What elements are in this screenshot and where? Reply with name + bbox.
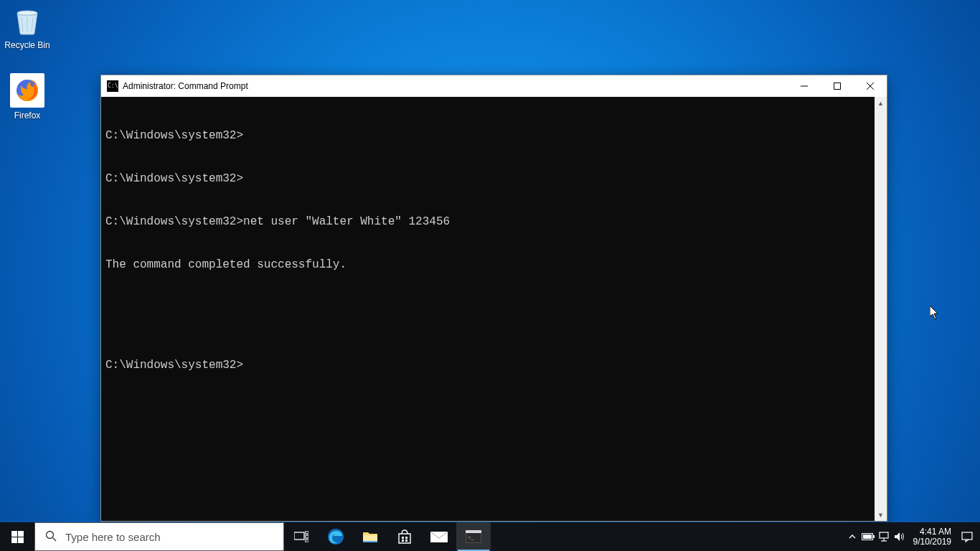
- window-title: Administrator: Command Prompt: [123, 81, 248, 91]
- mouse-cursor: [930, 306, 940, 320]
- svg-rect-8: [11, 537, 17, 543]
- svg-rect-3: [834, 83, 841, 90]
- svg-rect-9: [18, 537, 24, 543]
- svg-rect-24: [466, 530, 481, 533]
- svg-rect-14: [306, 535, 308, 538]
- svg-rect-15: [306, 540, 308, 542]
- terminal-line: The command completed successfully.: [105, 258, 870, 272]
- task-view-icon: [294, 531, 308, 542]
- close-button[interactable]: [854, 75, 887, 97]
- svg-text:>_: >_: [468, 534, 475, 541]
- edge-icon: [326, 527, 345, 546]
- svg-point-0: [17, 11, 37, 15]
- tray-network[interactable]: [876, 522, 892, 551]
- taskbar: Type here to search: [0, 522, 980, 551]
- volume-icon: [894, 532, 905, 542]
- terminal-line: C:\Windows\system32>net user "Walter Whi…: [105, 215, 870, 229]
- search-placeholder: Type here to search: [65, 531, 161, 543]
- svg-point-10: [47, 531, 54, 538]
- svg-rect-13: [306, 531, 308, 534]
- tray-volume[interactable]: [892, 522, 908, 551]
- taskbar-item-edge[interactable]: [319, 522, 353, 551]
- tray-clock[interactable]: 4:41 AM 9/10/2019: [908, 527, 957, 547]
- network-icon: [878, 532, 890, 542]
- svg-rect-22: [430, 532, 448, 542]
- minimize-button[interactable]: [788, 75, 821, 97]
- desktop[interactable]: Recycle Bin Firefox Administrator: Comma…: [0, 0, 980, 551]
- battery-icon: [862, 532, 875, 541]
- firefox-icon: [10, 73, 44, 108]
- start-button[interactable]: [0, 522, 34, 551]
- scroll-up-button[interactable]: ▲: [875, 97, 887, 109]
- maximize-button[interactable]: [821, 75, 854, 97]
- folder-icon: [362, 528, 379, 545]
- taskbar-item-mail[interactable]: [422, 522, 456, 551]
- terminal-output[interactable]: C:\Windows\system32> C:\Windows\system32…: [101, 97, 875, 521]
- svg-line-11: [53, 537, 57, 541]
- svg-rect-28: [863, 534, 872, 539]
- terminal-line: C:\Windows\system32>: [105, 358, 870, 372]
- command-prompt-window[interactable]: Administrator: Command Prompt C:\Windows…: [100, 75, 887, 522]
- task-view-button[interactable]: [284, 522, 319, 551]
- terminal-line: C:\Windows\system32>: [105, 171, 870, 186]
- scrollbar[interactable]: ▲ ▼: [875, 97, 887, 521]
- search-box[interactable]: Type here to search: [34, 522, 284, 551]
- scroll-down-button[interactable]: ▼: [875, 509, 887, 521]
- notification-icon: [961, 531, 973, 542]
- tray-date: 9/10/2019: [913, 537, 951, 547]
- svg-rect-18: [402, 537, 404, 539]
- store-icon: [397, 529, 413, 545]
- svg-rect-6: [11, 531, 17, 537]
- svg-rect-12: [294, 532, 304, 540]
- tray-battery[interactable]: [860, 522, 876, 551]
- svg-rect-29: [880, 532, 888, 538]
- desktop-icon-label: Recycle Bin: [4, 40, 50, 50]
- svg-rect-19: [405, 537, 407, 539]
- desktop-icon-recycle-bin[interactable]: Recycle Bin: [0, 3, 55, 50]
- taskbar-item-file-explorer[interactable]: [353, 522, 387, 551]
- tray-chevron-up[interactable]: [844, 522, 860, 551]
- cmd-taskbar-icon: >_: [466, 530, 481, 543]
- svg-rect-27: [873, 535, 875, 538]
- svg-rect-32: [962, 532, 972, 540]
- tray-time: 4:41 AM: [913, 527, 951, 537]
- desktop-icon-label: Firefox: [14, 110, 41, 121]
- windows-logo-icon: [11, 531, 24, 543]
- search-icon: [45, 530, 57, 544]
- terminal-line: C:\Windows\system32>: [105, 128, 870, 143]
- titlebar[interactable]: Administrator: Command Prompt: [101, 75, 887, 97]
- desktop-icon-firefox[interactable]: Firefox: [0, 73, 55, 121]
- svg-rect-21: [405, 540, 407, 542]
- recycle-bin-icon: [10, 3, 44, 37]
- chevron-up-icon: [849, 533, 856, 540]
- taskbar-item-store[interactable]: [387, 522, 422, 551]
- svg-rect-17: [363, 541, 377, 542]
- mail-icon: [430, 529, 448, 544]
- system-tray: 4:41 AM 9/10/2019: [844, 522, 980, 551]
- cmd-icon: [107, 80, 118, 92]
- taskbar-item-cmd[interactable]: >_: [456, 522, 491, 551]
- tray-notifications[interactable]: [957, 531, 977, 542]
- svg-rect-20: [402, 540, 404, 542]
- svg-rect-7: [18, 531, 24, 537]
